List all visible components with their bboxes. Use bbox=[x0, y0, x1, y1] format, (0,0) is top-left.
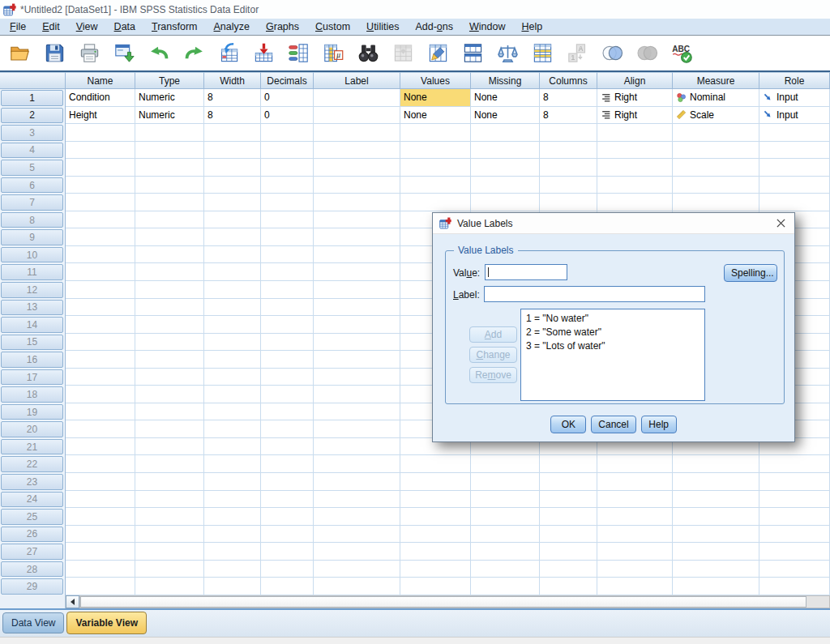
cell-type-row18[interactable] bbox=[135, 386, 204, 403]
cell-label-row12[interactable] bbox=[314, 281, 400, 299]
cell-align-row28[interactable] bbox=[597, 561, 673, 578]
cell-name-row20[interactable] bbox=[66, 420, 135, 438]
cell-name-row1[interactable]: Condition bbox=[66, 89, 135, 107]
cell-decimals-row6[interactable] bbox=[261, 177, 314, 194]
cell-name-row28[interactable] bbox=[66, 561, 135, 578]
cell-measure-row1[interactable]: Nominal bbox=[673, 89, 759, 107]
cell-decimals-row11[interactable] bbox=[261, 263, 314, 281]
column-header-name[interactable]: Name bbox=[66, 72, 135, 89]
cell-type-row9[interactable] bbox=[135, 228, 204, 246]
cell-values-row6[interactable] bbox=[400, 177, 471, 194]
row-header-16[interactable]: 16 bbox=[1, 352, 63, 368]
cell-measure-row5[interactable] bbox=[673, 159, 759, 177]
cell-align-row3[interactable] bbox=[597, 124, 673, 142]
column-header-values[interactable]: Values bbox=[400, 72, 471, 89]
cell-label-row13[interactable] bbox=[314, 299, 400, 317]
cell-label-row8[interactable] bbox=[314, 211, 400, 229]
cell-type-row2[interactable]: Numeric bbox=[135, 107, 204, 125]
cell-missing-row6[interactable] bbox=[471, 177, 540, 194]
cell-label-row15[interactable] bbox=[314, 334, 400, 352]
cell-columns-row1[interactable]: 8 bbox=[540, 89, 597, 107]
cell-measure-row25[interactable] bbox=[673, 508, 759, 526]
cell-decimals-row14[interactable] bbox=[261, 316, 314, 334]
cell-width-row1[interactable]: 8 bbox=[204, 89, 261, 107]
cell-measure-row23[interactable] bbox=[673, 473, 759, 491]
value-input[interactable] bbox=[485, 264, 567, 280]
column-header-measure[interactable]: Measure bbox=[673, 72, 759, 89]
cell-label-row21[interactable] bbox=[314, 438, 400, 456]
cell-type-row22[interactable] bbox=[135, 455, 204, 473]
cell-label-row4[interactable] bbox=[314, 142, 400, 160]
value-label-entry[interactable]: 3 = "Lots of water" bbox=[526, 339, 704, 353]
help-button[interactable]: Help bbox=[641, 416, 677, 433]
insert-variable-button[interactable] bbox=[424, 39, 451, 68]
grid-corner[interactable] bbox=[0, 72, 66, 89]
row-header-10[interactable]: 10 bbox=[1, 247, 63, 263]
use-sets-button[interactable] bbox=[598, 39, 626, 68]
row-header-17[interactable]: 17 bbox=[1, 369, 63, 386]
cell-role-row7[interactable] bbox=[759, 194, 830, 211]
ok-button[interactable]: OK bbox=[550, 416, 586, 433]
cell-columns-row6[interactable] bbox=[540, 177, 597, 194]
row-header-27[interactable]: 27 bbox=[1, 544, 63, 560]
cell-decimals-row3[interactable] bbox=[261, 124, 314, 142]
row-header-12[interactable]: 12 bbox=[1, 282, 63, 298]
cell-width-row21[interactable] bbox=[204, 438, 261, 456]
cell-type-row7[interactable] bbox=[135, 194, 204, 211]
cell-align-row6[interactable] bbox=[597, 177, 673, 194]
cell-columns-row7[interactable] bbox=[540, 194, 597, 211]
cell-decimals-row28[interactable] bbox=[261, 561, 314, 578]
menu-item-window[interactable]: Window bbox=[461, 19, 513, 34]
cell-values-row28[interactable] bbox=[400, 561, 471, 578]
cell-align-row22[interactable] bbox=[597, 455, 673, 473]
cell-width-row10[interactable] bbox=[204, 246, 261, 264]
row-header-6[interactable]: 6 bbox=[1, 177, 63, 194]
scroll-left-button[interactable] bbox=[66, 595, 79, 608]
cell-label-row23[interactable] bbox=[314, 473, 400, 491]
cell-decimals-row1[interactable]: 0 bbox=[261, 89, 314, 107]
split-file-button[interactable] bbox=[459, 39, 486, 68]
row-header-29[interactable]: 29 bbox=[1, 578, 63, 595]
row-header-2[interactable]: 2 bbox=[1, 108, 63, 124]
cell-measure-row22[interactable] bbox=[673, 455, 759, 473]
cell-width-row9[interactable] bbox=[204, 228, 261, 246]
cell-name-row17[interactable] bbox=[66, 369, 135, 386]
cell-name-row7[interactable] bbox=[66, 194, 135, 211]
cell-name-row23[interactable] bbox=[66, 473, 135, 491]
cell-width-row15[interactable] bbox=[204, 334, 261, 352]
cell-align-row26[interactable] bbox=[597, 526, 673, 544]
row-header-22[interactable]: 22 bbox=[1, 456, 63, 472]
cell-type-row28[interactable] bbox=[135, 561, 204, 578]
cell-width-row3[interactable] bbox=[204, 124, 261, 142]
cell-role-row29[interactable] bbox=[759, 578, 830, 595]
cell-label-row6[interactable] bbox=[314, 177, 400, 194]
cell-name-row21[interactable] bbox=[66, 438, 135, 456]
cell-decimals-row9[interactable] bbox=[261, 228, 314, 246]
cell-type-row8[interactable] bbox=[135, 211, 204, 229]
cell-name-row24[interactable] bbox=[66, 491, 135, 509]
cell-missing-row26[interactable] bbox=[471, 526, 540, 544]
cell-missing-row28[interactable] bbox=[471, 561, 540, 578]
print-button[interactable] bbox=[75, 39, 103, 68]
cell-align-row1[interactable]: Right bbox=[597, 89, 673, 107]
cell-measure-row4[interactable] bbox=[673, 142, 759, 160]
cell-name-row15[interactable] bbox=[66, 334, 135, 352]
goto-case-button[interactable] bbox=[215, 39, 242, 68]
cell-values-row7[interactable] bbox=[400, 194, 471, 211]
value-label-entry[interactable]: 2 = "Some water" bbox=[526, 326, 704, 339]
column-header-role[interactable]: Role bbox=[759, 72, 830, 89]
cell-missing-row24[interactable] bbox=[471, 491, 540, 509]
cell-name-row13[interactable] bbox=[66, 299, 135, 317]
cell-width-row4[interactable] bbox=[204, 142, 261, 160]
cell-decimals-row18[interactable] bbox=[261, 386, 314, 403]
column-header-align[interactable]: Align bbox=[597, 72, 673, 89]
menu-item-edit[interactable]: Edit bbox=[34, 19, 68, 34]
cell-name-row25[interactable] bbox=[66, 508, 135, 526]
cell-label-row14[interactable] bbox=[314, 316, 400, 334]
cell-measure-row27[interactable] bbox=[673, 543, 759, 561]
cell-missing-row5[interactable] bbox=[471, 159, 540, 177]
row-header-9[interactable]: 9 bbox=[1, 229, 63, 245]
remove-button[interactable]: Remove bbox=[469, 367, 517, 383]
cell-decimals-row20[interactable] bbox=[261, 420, 314, 438]
cell-columns-row3[interactable] bbox=[540, 124, 597, 142]
